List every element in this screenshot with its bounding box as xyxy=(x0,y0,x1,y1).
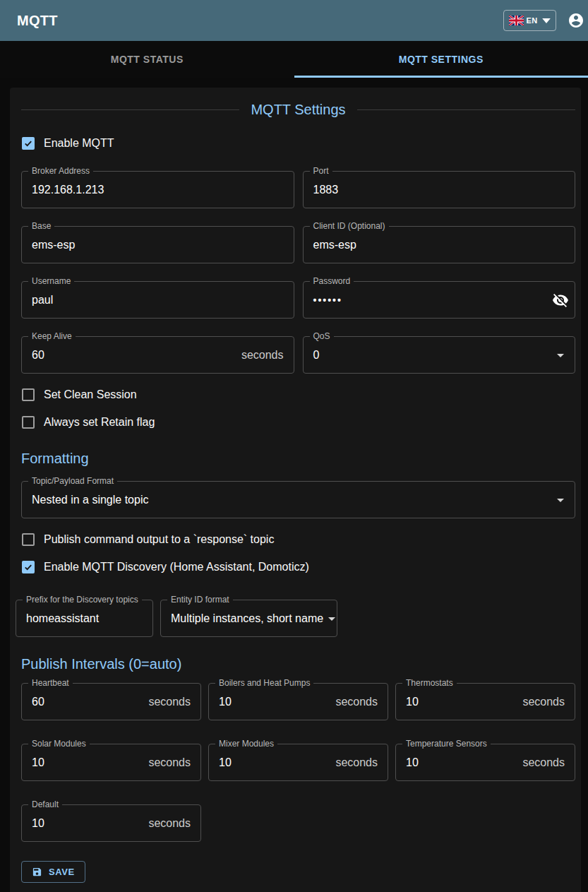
tab-mqtt-settings[interactable]: MQTT SETTINGS xyxy=(294,41,588,78)
tab-bar: MQTT STATUS MQTT SETTINGS xyxy=(0,41,588,78)
checkbox-mqtt-discovery[interactable]: Enable MQTT Discovery (Home Assistant, D… xyxy=(21,558,575,576)
checkbox-unchecked-icon xyxy=(22,388,35,401)
language-selector[interactable]: EN xyxy=(503,10,556,31)
page-title: MQTT xyxy=(17,13,58,29)
dropdown-arrow-icon xyxy=(323,610,340,627)
publish-intervals-heading: Publish Intervals (0=auto) xyxy=(21,653,575,674)
dropdown-arrow-icon xyxy=(552,347,569,364)
heartbeat-field[interactable]: Heartbeat 60 seconds xyxy=(21,683,201,720)
checkbox-retain-flag[interactable]: Always set Retain flag xyxy=(21,413,575,432)
checkbox-clean-session[interactable]: Set Clean Session xyxy=(21,386,575,404)
mixer-modules-field[interactable]: Mixer Modules 10 seconds xyxy=(208,744,388,781)
appbar: MQTT EN xyxy=(0,0,588,41)
tab-mqtt-status[interactable]: MQTT STATUS xyxy=(0,41,294,78)
username-field[interactable]: Username paul xyxy=(21,281,294,319)
divider-line-right xyxy=(357,109,575,110)
account-button[interactable] xyxy=(568,12,584,29)
formatting-heading: Formatting xyxy=(21,448,575,469)
temperature-sensors-field[interactable]: Temperature Sensors 10 seconds xyxy=(395,744,575,781)
checkbox-enable-mqtt[interactable]: Enable MQTT xyxy=(21,134,575,153)
language-label: EN xyxy=(527,16,538,25)
visibility-off-icon[interactable] xyxy=(552,292,569,309)
uk-flag-icon xyxy=(509,16,524,25)
checkbox-unchecked-icon xyxy=(22,533,35,546)
settings-card: MQTT Settings Enable MQTT Broker Address… xyxy=(10,88,581,892)
discovery-prefix-field[interactable]: Prefix for the Discovery topics homeassi… xyxy=(16,600,153,637)
settings-heading: MQTT Settings xyxy=(251,99,345,120)
section-divider: MQTT Settings xyxy=(21,99,575,120)
save-button[interactable]: SAVE xyxy=(21,861,85,883)
dropdown-arrow-icon xyxy=(552,492,569,509)
keep-alive-field[interactable]: Keep Alive 60 seconds xyxy=(21,336,294,374)
boilers-field[interactable]: Boilers and Heat Pumps 10 seconds xyxy=(208,683,388,720)
default-interval-field[interactable]: Default 10 seconds xyxy=(21,804,201,842)
chevron-down-icon xyxy=(542,18,551,23)
checkbox-unchecked-icon xyxy=(22,416,35,429)
checkbox-checked-icon xyxy=(22,561,35,573)
port-field[interactable]: Port 1883 xyxy=(303,171,576,208)
divider-line-left xyxy=(21,109,239,110)
save-icon xyxy=(32,867,42,877)
save-label: SAVE xyxy=(49,867,75,877)
checkbox-checked-icon xyxy=(22,137,35,150)
account-circle-icon xyxy=(568,12,584,29)
thermostats-field[interactable]: Thermostats 10 seconds xyxy=(395,683,575,720)
password-field[interactable]: Password •••••• xyxy=(303,281,576,319)
qos-select[interactable]: QoS 0 xyxy=(303,336,576,374)
client-id-field[interactable]: Client ID (Optional) ems-esp xyxy=(303,226,576,263)
entity-id-format-select[interactable]: Entity ID format Multiple instances, sho… xyxy=(160,600,337,637)
base-field[interactable]: Base ems-esp xyxy=(21,226,294,263)
checkbox-response-topic[interactable]: Publish command output to a `response` t… xyxy=(21,530,575,549)
topic-format-select[interactable]: Topic/Payload Format Nested in a single … xyxy=(21,481,575,518)
broker-address-field[interactable]: Broker Address 192.168.1.213 xyxy=(21,171,294,208)
solar-modules-field[interactable]: Solar Modules 10 seconds xyxy=(21,744,201,781)
